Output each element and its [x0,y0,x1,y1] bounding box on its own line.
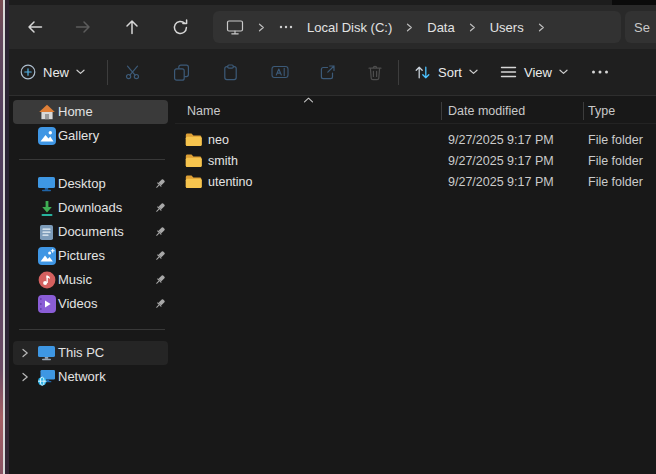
sidebar-item-downloads[interactable]: Downloads [13,196,168,220]
file-type: File folder [583,175,656,189]
music-icon [37,271,56,289]
sidebar-item-label: Videos [58,292,98,316]
downloads-icon [37,199,56,217]
forward-button[interactable] [68,12,98,42]
sidebar: Home Gallery Desktop Downloads [9,97,175,474]
file-row[interactable]: smith 9/27/2025 9:17 PM File folder [175,150,656,171]
file-explorer-window: Local Disk (C:) Data Users Se New [0,0,656,474]
chevron-right-icon[interactable] [406,23,413,32]
header-divider [175,123,656,124]
sidebar-item-gallery[interactable]: Gallery [13,124,168,148]
new-plus-circle-icon [20,64,36,80]
cut-icon [124,64,141,80]
new-button-label: New [43,65,69,80]
column-resize-handle[interactable] [441,102,442,120]
sort-button-label: Sort [438,65,462,80]
file-date-modified: 9/27/2025 9:17 PM [441,154,583,168]
forward-icon [73,17,93,37]
pin-icon[interactable] [154,250,166,262]
view-button-label: View [524,65,552,80]
share-button[interactable] [309,49,345,95]
file-name: smith [208,154,238,168]
more-options-button[interactable] [582,49,618,95]
network-icon [37,368,56,386]
sidebar-item-label: Documents [58,220,124,244]
toolbar-divider [107,60,108,85]
sidebar-item-desktop[interactable]: Desktop [13,172,168,196]
up-button[interactable] [117,12,147,42]
navigation-bar: Local Disk (C:) Data Users Se [9,5,656,49]
pin-icon[interactable] [154,202,166,214]
sidebar-item-label: Downloads [58,196,122,220]
pin-icon[interactable] [154,226,166,238]
view-button[interactable]: View [500,49,568,95]
column-resize-handle[interactable] [583,102,584,120]
file-type: File folder [583,154,656,168]
view-list-icon [500,65,517,79]
file-date-modified: 9/27/2025 9:17 PM [441,175,583,189]
sidebar-item-label: This PC [58,341,104,365]
home-icon [37,103,56,121]
delete-button[interactable] [357,49,393,95]
cut-button[interactable] [114,49,150,95]
column-header-date-modified[interactable]: Date modified [441,104,583,118]
address-bar[interactable]: Local Disk (C:) Data Users [213,11,621,43]
gallery-icon [37,127,56,145]
this-pc-monitor-icon[interactable] [226,19,244,36]
paste-button[interactable] [212,49,248,95]
chevron-down-icon [469,69,478,75]
sidebar-item-documents[interactable]: Documents [13,220,168,244]
folder-icon [185,154,202,168]
videos-icon [37,295,56,313]
sidebar-divider [19,329,165,330]
folder-icon [185,133,202,147]
sort-icon [414,64,431,81]
file-list-pane: Name Date modified Type neo 9/27/2025 9:… [175,97,656,474]
sidebar-item-pictures[interactable]: Pictures [13,244,168,268]
chevron-right-icon[interactable] [21,372,29,382]
delete-icon [367,64,383,81]
pin-icon[interactable] [154,274,166,286]
copy-button[interactable] [163,49,199,95]
chevron-right-icon [258,23,265,32]
chevron-right-icon[interactable] [21,348,29,358]
sort-button[interactable]: Sort [414,49,478,95]
paste-icon [222,64,239,81]
refresh-button[interactable] [165,12,195,42]
column-header-name[interactable]: Name [175,104,441,118]
search-box-text: Se [634,20,650,35]
breadcrumb-segment[interactable]: Users [490,20,524,35]
sidebar-item-videos[interactable]: Videos [13,292,168,316]
rename-button[interactable] [262,49,298,95]
sidebar-divider [19,159,165,160]
copy-icon [173,64,190,81]
pin-icon[interactable] [154,298,166,310]
file-row[interactable]: utentino 9/27/2025 9:17 PM File folder [175,171,656,192]
sidebar-item-label: Pictures [58,244,105,268]
sidebar-item-label: Network [58,365,106,389]
breadcrumb-segment[interactable]: Data [427,20,454,35]
pin-icon[interactable] [154,178,166,190]
sidebar-item-label: Music [58,268,92,292]
sidebar-item-this-pc[interactable]: This PC [13,341,168,365]
breadcrumb-segment[interactable]: Local Disk (C:) [307,20,392,35]
sidebar-item-label: Home [58,100,93,124]
sidebar-item-music[interactable]: Music [13,268,168,292]
chevron-down-icon [76,69,85,75]
ellipsis-icon[interactable] [279,25,293,29]
chevron-right-icon[interactable] [538,23,545,32]
file-type: File folder [583,133,656,147]
pictures-icon [37,247,56,265]
command-bar: New [9,49,656,96]
sidebar-item-network[interactable]: Network [13,365,168,389]
new-button[interactable]: New [20,49,85,95]
search-input[interactable]: Se [625,11,656,43]
back-button[interactable] [20,12,50,42]
chevron-right-icon[interactable] [469,23,476,32]
more-options-icon [591,70,609,74]
sidebar-item-home[interactable]: Home [13,100,168,124]
share-icon [319,64,336,81]
file-date-modified: 9/27/2025 9:17 PM [441,133,583,147]
column-header-type[interactable]: Type [583,104,656,118]
file-row[interactable]: neo 9/27/2025 9:17 PM File folder [175,129,656,150]
